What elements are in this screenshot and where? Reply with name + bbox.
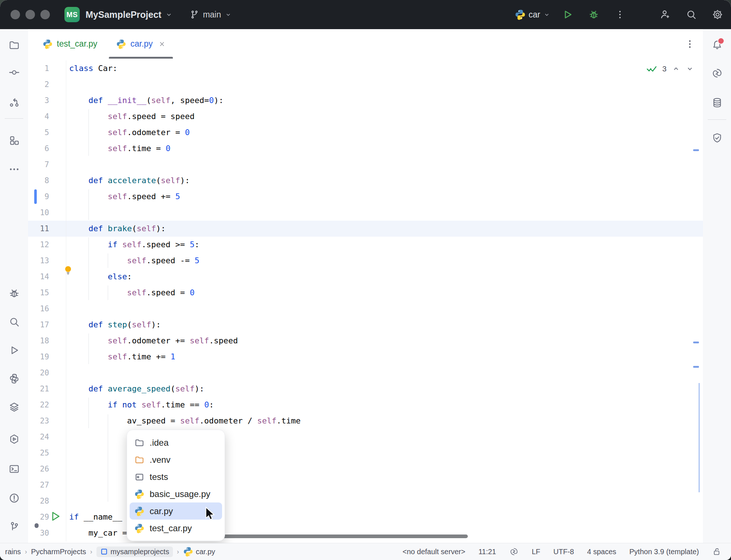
line-number: 6: [28, 141, 49, 157]
chevron-down-icon[interactable]: [165, 11, 173, 19]
status-default-server[interactable]: <no default server>: [403, 548, 465, 556]
code-with-me-icon[interactable]: [659, 8, 671, 21]
popup-item-.idea[interactable]: .idea: [130, 434, 222, 451]
code-line-19[interactable]: 19 self.time += 1: [28, 349, 703, 365]
code-line-3[interactable]: 3 def __init__(self, speed=0):: [28, 92, 703, 109]
git-branch-widget[interactable]: main: [190, 10, 232, 20]
code-line-8[interactable]: 8 def accelerate(self):: [28, 173, 703, 189]
scrollbar-thumb[interactable]: [699, 383, 700, 492]
code-line-22[interactable]: 22 if not self.time == 0:: [28, 397, 703, 413]
code-text: def average_speed(self):: [69, 381, 204, 397]
status-line-separator[interactable]: LF: [532, 548, 540, 556]
tests-folder-icon: [134, 472, 145, 482]
settings-gear-icon[interactable]: [711, 8, 724, 21]
line-number: 15: [28, 285, 49, 301]
breadcrumb-car.py[interactable]: car.py: [183, 547, 215, 557]
tool-commit-icon[interactable]: [8, 67, 20, 78]
line-number: 2: [28, 76, 49, 92]
code-editor[interactable]: 1class Car:23 def __init__(self, speed=0…: [28, 59, 703, 543]
close-window-button[interactable]: [11, 10, 20, 19]
code-line-2[interactable]: 2: [28, 76, 703, 92]
tool-debug-icon[interactable]: [8, 288, 20, 299]
run-configuration-selector[interactable]: car: [515, 9, 550, 20]
code-line-7[interactable]: 7: [28, 157, 703, 173]
tool-terminal-icon[interactable]: [8, 463, 20, 475]
tool-ai-assistant-icon[interactable]: [711, 67, 723, 79]
tool-layers-icon[interactable]: [8, 401, 20, 413]
code-line-15[interactable]: 15 self.speed = 0: [28, 285, 703, 301]
code-line-9[interactable]: 9 self.speed += 5: [28, 189, 703, 205]
popup-item-test_car.py[interactable]: test_car.py: [130, 520, 222, 537]
line-number: 7: [28, 157, 49, 173]
tool-shield-check-icon[interactable]: [711, 132, 723, 144]
tool-database-icon[interactable]: [711, 97, 723, 109]
tab-car.py[interactable]: car.py: [107, 29, 175, 59]
code-line-10[interactable]: 10: [28, 205, 703, 221]
tool-problems-icon[interactable]: [8, 492, 20, 504]
breadcrumb-PycharmProjects[interactable]: PycharmProjects: [31, 548, 86, 556]
code-line-4[interactable]: 4 self.speed = speed: [28, 109, 703, 125]
run-line-gutter-icon[interactable]: [49, 510, 62, 522]
tool-python-packages-icon[interactable]: [8, 373, 20, 384]
project-logo[interactable]: MS: [64, 7, 80, 22]
line-number: 21: [28, 381, 49, 397]
code-line-18[interactable]: 18 self.odometer += self.speed: [28, 333, 703, 349]
tool-project-folder-icon[interactable]: [8, 39, 20, 51]
debug-button[interactable]: [588, 8, 600, 21]
inspections-widget[interactable]: 3: [646, 64, 694, 74]
zoom-window-button[interactable]: [40, 10, 50, 19]
status-write-access[interactable]: [712, 547, 722, 556]
tool-structure-icon[interactable]: [8, 135, 20, 146]
tool-search-everywhere-icon[interactable]: [8, 316, 20, 328]
popup-item-tests[interactable]: tests: [130, 468, 222, 485]
tool-run-icon[interactable]: [8, 344, 20, 356]
code-line-17[interactable]: 17 def step(self):: [28, 317, 703, 333]
minimize-window-button[interactable]: [25, 10, 35, 19]
prev-problem-icon[interactable]: [672, 64, 680, 73]
project-name[interactable]: MySampleProject: [86, 9, 161, 20]
code-line-13[interactable]: 13 self.speed -= 5: [28, 253, 703, 269]
code-text: self.speed = 0: [69, 285, 194, 301]
code-line-16[interactable]: 16: [28, 301, 703, 317]
code-text: self.speed = speed: [69, 109, 194, 125]
code-text: self.speed += 5: [69, 189, 180, 205]
code-line-11[interactable]: 11 def brake(self):: [28, 221, 703, 237]
status-interpreter[interactable]: Python 3.9 (template): [629, 548, 699, 556]
line-number: 1: [28, 60, 49, 76]
breadcrumb-mysampleprojects[interactable]: mysampleprojects: [96, 547, 173, 557]
code-line-1[interactable]: 1class Car:: [28, 60, 703, 76]
tool-version-control-icon[interactable]: [8, 521, 20, 532]
status-cursor-position[interactable]: 11:21: [478, 548, 496, 556]
code-line-20[interactable]: 20: [28, 365, 703, 381]
pycharm-window: MS MySampleProject main: [0, 0, 731, 560]
tool-services-icon[interactable]: [8, 433, 20, 445]
line-number: 14: [28, 269, 49, 285]
next-problem-icon[interactable]: [685, 64, 694, 73]
popup-item-.venv[interactable]: .venv: [130, 451, 222, 468]
popup-item-basic_usage.py[interactable]: basic_usage.py: [130, 485, 222, 502]
status-indent-style[interactable]: 4 spaces: [587, 548, 616, 556]
tool-notifications-bell-icon[interactable]: [711, 39, 723, 51]
code-line-21[interactable]: 21 def average_speed(self):: [28, 381, 703, 397]
intention-bulb-icon[interactable]: [62, 265, 74, 276]
status-file-encoding[interactable]: UTF-8: [553, 548, 574, 556]
tool-pull-requests-icon[interactable]: [8, 96, 20, 108]
tool-more-icon[interactable]: [8, 163, 20, 175]
more-actions-icon[interactable]: [614, 8, 626, 21]
rail-divider: [5, 118, 23, 119]
code-line-23[interactable]: 23 av_speed = self.odometer / self.time: [28, 413, 703, 429]
code-line-6[interactable]: 6 self.time = 0: [28, 141, 703, 157]
code-text: if not self.time == 0:: [69, 397, 214, 413]
breadcrumb-rains[interactable]: rains: [5, 548, 21, 556]
tab-options-icon[interactable]: [685, 39, 695, 49]
python-file-icon: [116, 39, 126, 49]
status-ai-status[interactable]: [509, 547, 519, 556]
close-tab-icon[interactable]: [158, 40, 166, 48]
search-everywhere-icon[interactable]: [685, 8, 698, 21]
code-line-5[interactable]: 5 self.odometer = 0: [28, 125, 703, 141]
run-button[interactable]: [561, 8, 574, 21]
code-line-14[interactable]: 14 else:: [28, 269, 703, 285]
tab-test_car.py[interactable]: test_car.py: [33, 29, 107, 59]
code-line-12[interactable]: 12 if self.speed >= 5:: [28, 237, 703, 253]
line-number: 16: [28, 301, 49, 317]
